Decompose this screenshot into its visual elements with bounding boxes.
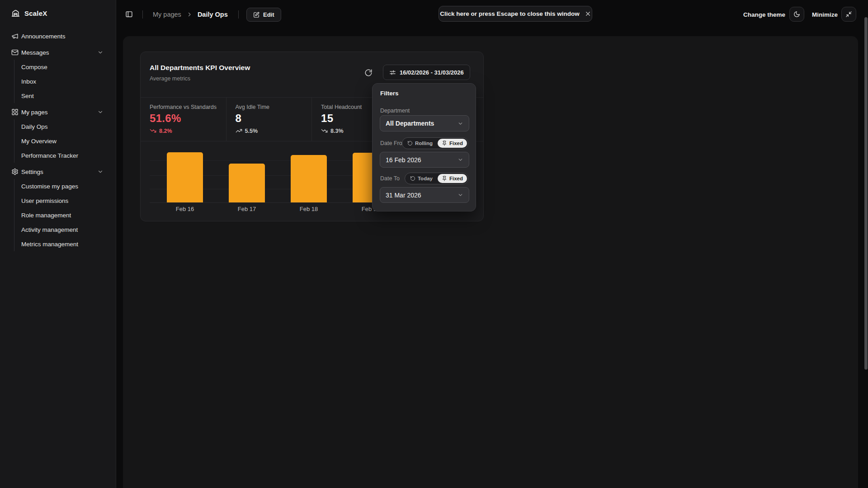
chart-x-tick: Feb 16	[167, 206, 203, 212]
sidebar-item-label: My pages	[21, 109, 48, 116]
nav-children: Customise my pagesUser permissionsRole m…	[14, 179, 116, 251]
date-from-toggle: Rolling Fixed	[402, 137, 468, 149]
edit-pencil-icon	[253, 12, 259, 18]
refresh-icon[interactable]	[364, 69, 373, 77]
sidebar-nav: Announcements Messages ComposeInboxSent …	[0, 29, 116, 253]
app-root: ScaleX Announcements Messages ComposeInb…	[0, 0, 868, 488]
date-to-select[interactable]: 31 Mar 2026	[380, 187, 469, 203]
sidebar-item-label: Settings	[21, 169, 43, 175]
kpi-value: 51.6%	[150, 112, 226, 125]
nav-group-announcements: Announcements	[0, 29, 116, 43]
sidebar-item-activity-management[interactable]: Activity management	[14, 222, 116, 237]
chevron-down-icon[interactable]	[97, 49, 104, 56]
sidebar-item-compose[interactable]: Compose	[14, 60, 116, 74]
kpi-value: 8	[236, 112, 312, 125]
edit-button[interactable]: Edit	[246, 8, 281, 22]
chevron-down-icon[interactable]	[97, 109, 104, 115]
sidebar-item-customise-my-pages[interactable]: Customise my pages	[14, 179, 116, 193]
department-label: Department	[380, 108, 410, 114]
chart-x-tick: Feb 18	[291, 206, 327, 212]
toggle-option-fixed[interactable]: Fixed	[438, 139, 467, 148]
sidebar-item-inbox[interactable]: Inbox	[14, 74, 116, 89]
sidebar-item-messages[interactable]: Messages	[0, 45, 116, 60]
date-range-button[interactable]: 16/02/2026 - 31/03/2026	[383, 65, 470, 80]
toggle-option-today[interactable]: Today	[406, 174, 437, 183]
banner-text: Click here or press Escape to close this…	[440, 10, 579, 17]
pin-icon	[442, 141, 447, 146]
chevron-down-icon	[458, 192, 463, 198]
kpi-tile-performance-vs-standards: Performance vs Standards 51.6% 8.2%	[141, 98, 226, 141]
toggle-option-label: Fixed	[449, 141, 463, 146]
close-window-banner[interactable]: Click here or press Escape to close this…	[439, 6, 592, 22]
date-from-select[interactable]: 16 Feb 2026	[380, 152, 469, 168]
sidebar-toggle-icon[interactable]	[125, 10, 133, 18]
filter-sliders-icon	[389, 69, 396, 76]
filters-title: Filters	[380, 90, 399, 97]
date-range-label: 16/02/2026 - 31/03/2026	[400, 69, 464, 76]
app-logo[interactable]: ScaleX	[11, 9, 47, 18]
minimize-button[interactable]	[841, 7, 856, 22]
sidebar-item-my-pages[interactable]: My pages	[0, 105, 116, 119]
trend-up-icon	[236, 127, 242, 134]
sidebar-item-settings[interactable]: Settings	[0, 164, 116, 179]
sidebar-item-announcements[interactable]: Announcements	[0, 29, 116, 43]
chevron-down-icon	[458, 157, 463, 163]
nav-children: Daily OpsMy OverviewPerformance Tracker	[14, 119, 116, 163]
sidebar-item-performance-tracker[interactable]: Performance Tracker	[14, 148, 116, 163]
change-theme-label: Change theme	[743, 0, 785, 29]
nav-group-settings: Settings Customise my pagesUser permissi…	[0, 164, 116, 251]
sidebar-item-label: Messages	[21, 49, 49, 56]
date-to-value: 31 Mar 2026	[386, 192, 421, 199]
kpi-trend: 5.5%	[236, 127, 312, 134]
toggle-option-label: Fixed	[449, 176, 463, 181]
grid-icon	[11, 108, 19, 116]
megaphone-icon	[11, 33, 19, 40]
kpi-trend-value: 5.5%	[245, 128, 258, 134]
toggle-option-fixed[interactable]: Fixed	[438, 174, 467, 183]
sidebar-item-my-overview[interactable]: My Overview	[14, 134, 116, 148]
trend-down-icon	[150, 127, 156, 134]
nav-children: ComposeInboxSent	[14, 60, 116, 103]
toggle-option-label: Rolling	[415, 141, 433, 146]
chevron-right-icon	[187, 12, 192, 17]
minimize-label: Minimize	[812, 0, 838, 29]
department-select-value: All Departments	[386, 120, 434, 127]
divider	[238, 10, 239, 19]
date-to-toggle: Today Fixed	[405, 173, 468, 184]
sidebar: ScaleX Announcements Messages ComposeInb…	[0, 0, 116, 488]
chevron-down-icon	[458, 121, 463, 127]
department-select[interactable]: All Departments	[380, 115, 469, 131]
nav-group-messages: Messages ComposeInboxSent	[0, 45, 116, 103]
kpi-trend: 8.2%	[150, 127, 226, 134]
pin-icon	[442, 176, 447, 181]
sidebar-item-role-management[interactable]: Role management	[14, 208, 116, 222]
breadcrumb-my-pages[interactable]: My pages	[153, 11, 181, 18]
kpi-trend-value: 8.3%	[330, 128, 344, 134]
trend-down-icon	[321, 127, 328, 134]
sidebar-item-daily-ops[interactable]: Daily Ops	[14, 119, 116, 134]
breadcrumb: My pages Daily Ops	[153, 0, 228, 29]
rotate-ccw-icon	[407, 141, 413, 146]
chart-bar-feb-17[interactable]	[229, 164, 265, 202]
chart-x-tick: Feb 17	[229, 206, 265, 212]
card-subtitle: Average metrics	[150, 75, 190, 82]
toggle-option-label: Today	[418, 176, 433, 181]
chevron-down-icon[interactable]	[97, 169, 104, 175]
app-title: ScaleX	[24, 9, 47, 17]
sidebar-item-sent[interactable]: Sent	[14, 89, 116, 103]
close-icon[interactable]	[585, 11, 591, 17]
chart-bar-feb-16[interactable]	[167, 152, 203, 202]
minimize-icon	[845, 11, 852, 18]
scalex-logo-icon	[11, 9, 20, 18]
sidebar-item-metrics-management[interactable]: Metrics management	[14, 237, 116, 251]
sidebar-item-user-permissions[interactable]: User permissions	[14, 193, 116, 208]
scrollbar[interactable]	[864, 17, 868, 370]
chart-bar-feb-18[interactable]	[291, 155, 327, 202]
divider	[142, 10, 143, 19]
toggle-option-rolling[interactable]: Rolling	[403, 139, 437, 148]
envelope-icon	[11, 49, 19, 56]
nav-group-my-pages: My pages Daily OpsMy OverviewPerformance…	[0, 105, 116, 163]
theme-toggle-button[interactable]	[789, 7, 804, 22]
edit-button-label: Edit	[263, 11, 274, 18]
kpi-label: Performance vs Standards	[150, 104, 226, 110]
